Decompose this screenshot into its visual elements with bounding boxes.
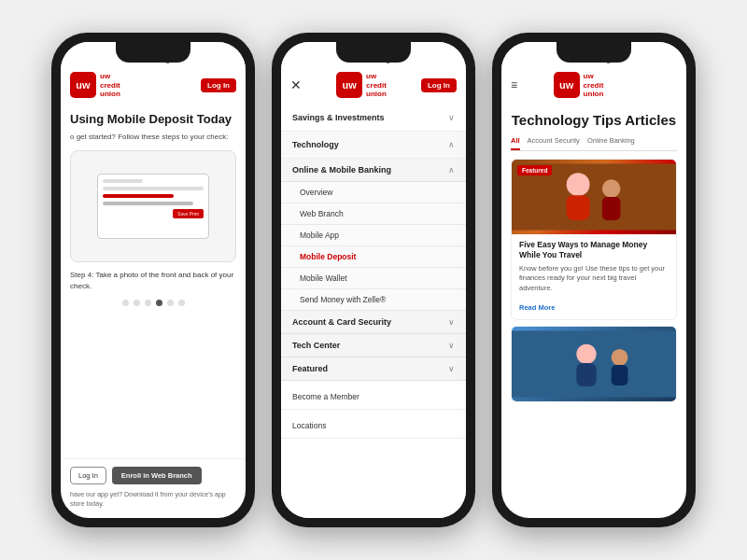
menu-label-savings: Savings & Investments: [292, 113, 385, 122]
menu-item-savings[interactable]: Savings & Investments ∨: [281, 105, 466, 132]
phone-screen-3: uwcu.org ≡ uw uw credit union Technol: [501, 42, 686, 518]
footer-note-1: have our app yet? Download it from your …: [70, 490, 236, 509]
check-line-gray: [103, 202, 193, 205]
phone-2: uwcu.org ✕ uw uw credit union Log In: [272, 33, 475, 527]
logo-icon-3: uw: [554, 72, 580, 98]
menu-footer-become-member[interactable]: Become a Member: [281, 381, 466, 410]
step-text-1: Step 4: Take a photo of the front and ba…: [70, 270, 236, 292]
save-print-btn[interactable]: Save Print: [173, 209, 204, 218]
logo-2: uw uw credit union: [336, 72, 387, 99]
svg-rect-5: [512, 331, 676, 398]
dot-5: [167, 300, 174, 306]
logo-text-3: uw credit union: [584, 72, 604, 99]
login-button-1[interactable]: Log In: [201, 78, 236, 92]
enroll-button[interactable]: Enroll in Web Branch: [112, 467, 202, 484]
chevron-down-icon-tech: ∨: [448, 341, 455, 350]
submenu-item-mobile-wallet[interactable]: Mobile Wallet: [281, 268, 466, 289]
menu-footer-locations[interactable]: Locations: [281, 410, 466, 439]
tabs-row: All Account Security Online Banking: [511, 136, 677, 151]
locations-link: Locations: [292, 421, 326, 430]
phone-screen-2: uwcu.org ✕ uw uw credit union Log In: [281, 42, 466, 518]
logo-text-1: uw credit union: [100, 72, 120, 99]
logo-icon-1: uw: [70, 72, 96, 98]
chevron-up-icon-banking: ∧: [448, 165, 455, 175]
article-card-title-1: Five Easy Ways to Manage Money While You…: [519, 240, 669, 260]
article-body-1: Five Easy Ways to Manage Money While You…: [512, 234, 676, 320]
nav-menu: Savings & Investments ∨ Technology ∧ Onl…: [281, 105, 466, 518]
read-more-link-1[interactable]: Read More: [519, 303, 555, 312]
main-container: uwcu.org uw uw credit union Log In Using…: [0, 0, 747, 560]
submenu-header-featured[interactable]: Featured ∨: [281, 357, 466, 381]
submenu-technology: Online & Mobile Banking ∧ Overview Web B…: [281, 159, 466, 381]
login-button-2[interactable]: Log In: [421, 78, 457, 92]
article-image-svg-2: [512, 327, 676, 401]
logo-icon-2: uw: [336, 72, 362, 98]
chevron-down-icon-savings: ∨: [448, 113, 455, 122]
become-member-link: Become a Member: [292, 392, 359, 401]
article-image-2: [512, 327, 676, 401]
dots-row: [70, 300, 236, 306]
check-image-mock: Save Print ›: [70, 150, 236, 262]
submenu-header-online-banking[interactable]: Online & Mobile Banking ∧: [281, 159, 466, 182]
svg-rect-9: [612, 365, 628, 385]
submenu-label-online-banking: Online & Mobile Banking: [292, 165, 391, 175]
menu-item-technology[interactable]: Technology ∧: [281, 132, 466, 159]
phone-screen-1: uwcu.org uw uw credit union Log In Using…: [61, 42, 246, 518]
article-card-1: Featured Five Easy Ways to Manage Money …: [511, 159, 677, 321]
featured-badge: Featured: [517, 165, 552, 175]
check-line-red: [103, 194, 174, 198]
logo-1: uw uw credit union: [70, 72, 120, 99]
footer-buttons-1: Log In Enroll in Web Branch: [70, 467, 236, 484]
logo-text-2: uw credit union: [366, 72, 387, 99]
check-line-1: [103, 179, 143, 183]
dot-2: [134, 300, 140, 306]
phone-notch-1: [116, 42, 190, 63]
phone-notch-3: [557, 42, 631, 63]
submenu-item-web-branch[interactable]: Web Branch: [281, 203, 466, 225]
submenu-label-card-security: Account & Card Security: [292, 317, 391, 327]
submenu-header-tech-center[interactable]: Tech Center ∨: [281, 334, 466, 357]
tab-all[interactable]: All: [511, 136, 520, 150]
svg-rect-4: [602, 197, 621, 220]
submenu-item-mobile-app[interactable]: Mobile App: [281, 225, 466, 246]
logo-3: uw uw credit union: [554, 72, 604, 99]
menu-label-technology: Technology: [292, 140, 339, 149]
submenu-label-featured: Featured: [292, 364, 328, 373]
dot-1: [122, 300, 129, 306]
article-excerpt-1: Know before you go! Use these tips to ge…: [519, 264, 669, 294]
login-outline-button[interactable]: Log In: [70, 467, 106, 484]
close-icon[interactable]: ✕: [290, 77, 302, 92]
submenu-items-banking: Overview Web Branch Mobile App Mobile De…: [281, 182, 466, 311]
svg-point-3: [602, 179, 621, 198]
check-line-2: [103, 187, 204, 190]
header-1: uw uw credit union Log In: [61, 68, 246, 105]
chevron-up-icon-technology: ∧: [448, 140, 455, 149]
dot-4-active: [156, 300, 162, 306]
page-title-1: Using Mobile Deposit Today: [70, 112, 236, 127]
svg-rect-7: [576, 363, 596, 386]
tab-online-banking[interactable]: Online Banking: [587, 136, 635, 150]
article-image-1: Featured: [512, 160, 676, 234]
chevron-down-icon-security: ∨: [448, 317, 455, 327]
check-inner: Save Print: [97, 174, 209, 239]
hamburger-icon[interactable]: ≡: [511, 78, 517, 91]
subtitle-1: o get started? Follow these steps to you…: [70, 132, 236, 142]
content-1: Using Mobile Deposit Today o get started…: [61, 105, 246, 459]
svg-point-8: [612, 349, 628, 366]
submenu-header-card-security[interactable]: Account & Card Security ∨: [281, 311, 466, 334]
dot-3: [145, 300, 151, 306]
phone-1: uwcu.org uw uw credit union Log In Using…: [51, 33, 255, 527]
tab-account-security[interactable]: Account Security: [528, 136, 580, 150]
submenu-item-send-money[interactable]: Send Money with Zelle®: [281, 289, 466, 311]
dot-6: [178, 300, 185, 306]
footer-1: Log In Enroll in Web Branch have our app…: [61, 458, 246, 518]
submenu-item-overview[interactable]: Overview: [281, 182, 466, 203]
svg-rect-2: [567, 195, 590, 220]
content-3: Technology Tips Articles All Account Sec…: [501, 105, 686, 518]
svg-point-6: [576, 344, 596, 364]
submenu-item-mobile-deposit[interactable]: Mobile Deposit: [281, 246, 466, 268]
header-2: ✕ uw uw credit union Log In: [281, 68, 466, 105]
submenu-label-tech-center: Tech Center: [292, 341, 340, 350]
article-card-2: [511, 326, 677, 402]
header-3: ≡ uw uw credit union: [501, 68, 686, 105]
